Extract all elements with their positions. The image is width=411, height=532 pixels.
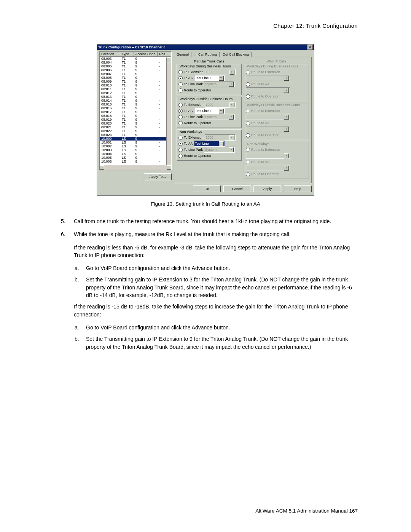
- chevron-down-icon[interactable]: ▾: [219, 76, 224, 81]
- group-wdbh-title: Workdays During Business Hours: [178, 64, 232, 68]
- table-row[interactable]: 08:023T19-: [100, 133, 171, 137]
- combo-ext[interactable]: 1000▾: [205, 134, 236, 141]
- step-text: While the tone is playing, measure the R…: [74, 230, 291, 238]
- substep-a: a. Go to VoIP Board configuration and cl…: [75, 264, 358, 272]
- tab-general[interactable]: General: [174, 52, 191, 57]
- radio-to-extension[interactable]: [178, 136, 183, 140]
- radio-to-aa[interactable]: [178, 109, 183, 113]
- table-row[interactable]: 10:002LS9-: [100, 144, 171, 148]
- vscrollbar[interactable]: [166, 58, 171, 170]
- radio-to-operator[interactable]: [178, 154, 183, 158]
- radio-to-line-park[interactable]: [178, 82, 183, 86]
- chevron-down-icon[interactable]: ▾: [229, 135, 234, 140]
- chevron-down-icon[interactable]: ▾: [229, 82, 234, 87]
- step-number: 6.: [61, 230, 74, 238]
- combo-lp[interactable]: System▾: [204, 114, 235, 120]
- titlebar: Trunk Configuration -- Card:10 Channel:0…: [97, 45, 314, 50]
- table-row[interactable]: 08:015T19-: [100, 102, 171, 106]
- table-row[interactable]: 10:000LS9-: [100, 137, 171, 141]
- label-route-operator: Route to Operator: [184, 88, 211, 92]
- chevron-down-icon[interactable]: ▾: [219, 141, 224, 146]
- group-nw: Non Workdays To Extension1000▾ To AATest…: [177, 129, 242, 161]
- page-footer: AltiWare ACM 5.1 Administration Manual 1…: [255, 508, 358, 514]
- trunk-config-dialog: Trunk Configuration -- Card:10 Channel:0…: [97, 44, 314, 196]
- chevron-down-icon: ▾: [284, 153, 289, 158]
- web-ip-calls-title: Web IP Calls: [244, 59, 309, 63]
- table-row[interactable]: 08:012T19-: [100, 91, 171, 95]
- table-row[interactable]: 08:019T19-: [100, 118, 171, 121]
- radio-to-operator[interactable]: [178, 121, 183, 125]
- step-6: 6. While the tone is playing, measure th…: [61, 230, 358, 238]
- table-row[interactable]: 08:017T19-: [100, 110, 171, 114]
- tab-in-call-routing[interactable]: In Call Routing: [192, 52, 220, 57]
- table-row[interactable]: 10:006LS9-: [100, 160, 171, 163]
- radio-to-aa[interactable]: [178, 76, 183, 80]
- combo-aa[interactable]: Test Line I▾: [194, 75, 225, 81]
- radio-to-operator[interactable]: [178, 88, 183, 93]
- combo-lp[interactable]: System▾: [204, 147, 235, 153]
- paragraph: If the reading is less than -6 dB, for e…: [74, 244, 358, 259]
- radio-to-line-park[interactable]: [178, 115, 183, 119]
- chevron-down-icon[interactable]: ▾: [229, 147, 234, 152]
- table-row[interactable]: 08:014T19-: [100, 99, 171, 102]
- radio-route-aa: [246, 82, 250, 86]
- combo-aa[interactable]: Test Line▾: [194, 141, 225, 147]
- table-row[interactable]: 08:006T19-: [100, 68, 171, 72]
- tab-out-call-blocking[interactable]: Out Call Blocking: [220, 52, 252, 57]
- hscrollbar[interactable]: [100, 165, 171, 170]
- table-row[interactable]: 08:016T19-: [100, 106, 171, 110]
- table-row[interactable]: 08:022T19-: [100, 129, 171, 133]
- table-row[interactable]: 08:005T19-: [100, 64, 171, 68]
- trunk-list[interactable]: Location Type Access Code Pha 08:003T19-…: [99, 51, 172, 170]
- help-button[interactable]: Help: [284, 185, 312, 192]
- group-ip-wobh: Workdays Outside Business Hours Route to…: [244, 103, 309, 140]
- table-row[interactable]: 08:021T19-: [100, 125, 171, 129]
- table-row[interactable]: 08:003T19-: [100, 57, 171, 61]
- col-access-code[interactable]: Access Code: [134, 52, 158, 56]
- combo-lp[interactable]: System▾: [204, 81, 235, 87]
- chevron-down-icon: ▾: [284, 166, 289, 171]
- apply-button[interactable]: Apply: [253, 185, 281, 192]
- table-row[interactable]: 08:008T19-: [100, 76, 171, 80]
- table-row[interactable]: 08:010T19-: [100, 83, 171, 87]
- table-row[interactable]: 08:013T19-: [100, 95, 171, 99]
- col-pha[interactable]: Pha: [158, 52, 171, 56]
- ok-button[interactable]: OK: [193, 185, 221, 192]
- apply-to-button[interactable]: Apply To…: [144, 173, 172, 180]
- table-row[interactable]: 10:005LS9-: [100, 156, 171, 160]
- table-row[interactable]: 10:003LS9-: [100, 148, 171, 152]
- table-row[interactable]: 08:007T19-: [100, 72, 171, 76]
- substep-b: b. Set the Transmitting gain to IP Exten…: [75, 276, 358, 299]
- table-row[interactable]: 08:018T19-: [100, 114, 171, 118]
- chevron-down-icon[interactable]: ▾: [229, 115, 234, 120]
- substep-b: b. Set the Transmitting gain to IP Exten…: [75, 335, 358, 351]
- close-icon[interactable]: x: [307, 45, 313, 50]
- radio-to-line-park[interactable]: [178, 148, 183, 152]
- table-row[interactable]: 08:011T19-: [100, 87, 171, 91]
- table-row[interactable]: 08:009T19-: [100, 80, 171, 83]
- substep-a: a. Go to VoIP Board configuration and cl…: [75, 324, 358, 331]
- table-row[interactable]: 08:020T19-: [100, 121, 171, 125]
- col-type[interactable]: Type: [120, 52, 134, 56]
- combo-ext[interactable]: 1000▾: [205, 102, 236, 108]
- group-ip-nw: Non Workdays Route to Extension ▾ Route …: [244, 142, 309, 179]
- chevron-down-icon[interactable]: ▾: [229, 102, 234, 107]
- step-5: 5. Call from one trunk to the testing re…: [61, 217, 358, 225]
- radio-to-extension[interactable]: [178, 70, 183, 74]
- combo-aa[interactable]: Test Line I▾: [194, 108, 225, 114]
- table-row[interactable]: 10:004LS9-: [100, 152, 171, 156]
- cancel-button[interactable]: Cancel: [223, 185, 251, 192]
- group-wdbh: Workdays During Business Hours To Extens…: [177, 64, 242, 95]
- combo-ip: ▾: [246, 87, 290, 93]
- radio-to-extension[interactable]: [178, 103, 183, 107]
- table-row[interactable]: 08:004T19-: [100, 61, 171, 64]
- combo-ext[interactable]: 1000▾: [205, 69, 236, 75]
- chevron-down-icon[interactable]: ▾: [219, 109, 224, 113]
- label-to-extension: To Extension: [184, 70, 204, 74]
- col-location[interactable]: Location: [100, 52, 120, 56]
- table-row[interactable]: 10:001LS9-: [100, 141, 171, 144]
- chevron-down-icon: ▾: [284, 76, 289, 81]
- chevron-down-icon[interactable]: ▾: [229, 70, 234, 75]
- radio-to-aa[interactable]: [178, 142, 183, 146]
- combo-ip: ▾: [246, 75, 290, 81]
